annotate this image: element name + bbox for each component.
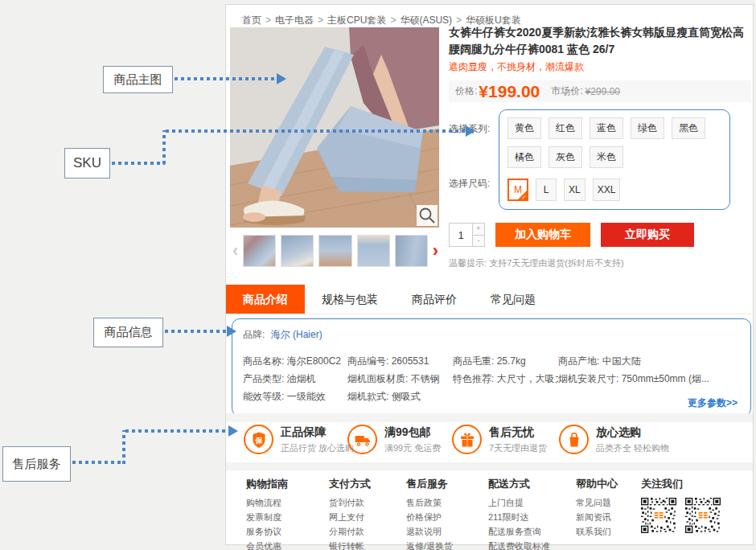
truck-icon <box>347 425 377 454</box>
service-guarantees: 保 正品保障 正品行货 放心选购 满99包邮 满99元 免运费 售后无忧 7天无… <box>226 422 753 462</box>
series-option[interactable]: 米色 <box>590 146 623 168</box>
service-item: 放心选购 品类齐全 轻松购物 <box>559 425 669 454</box>
param-grid: 商品名称: 海尔E800C2 商品编号: 2605531 商品毛重: 25.7k… <box>243 353 746 405</box>
tab-faq[interactable]: 常见问题 <box>474 285 553 314</box>
breadcrumb-item[interactable]: 主板CPU套装 <box>327 14 386 26</box>
quantity-decrease-button[interactable]: - <box>473 236 485 248</box>
param-cell: 烟机面板材质: 不锈钢 <box>347 371 453 388</box>
annotation-arrow-line <box>162 130 166 164</box>
size-option[interactable]: L <box>536 179 557 201</box>
series-option[interactable]: 红色 <box>549 117 582 139</box>
footer-link[interactable]: 货到付款 <box>329 498 371 508</box>
thumbs-prev-icon[interactable]: ‹ <box>230 235 240 267</box>
footer-col-delivery: 配送方式 上门自提 211限时达 配送服务查询 配送费收取标准 海外配送 <box>488 477 550 550</box>
buy-now-button[interactable]: 立即购买 <box>601 223 694 247</box>
footer-link[interactable]: 服务协议 <box>246 527 288 537</box>
service-title: 售后无忧 <box>489 425 547 440</box>
param-cell: 商品编号: 2605531 <box>347 353 453 370</box>
size-option[interactable]: XL <box>564 179 585 201</box>
more-params-link[interactable]: 更多参数>> <box>688 396 738 410</box>
param-cell: 商品毛重: 25.7kg <box>453 353 558 370</box>
footer-link[interactable]: 常见问题 <box>576 498 618 508</box>
size-option[interactable]: XXL <box>593 179 621 201</box>
thumbnail-4[interactable] <box>357 235 390 267</box>
breadcrumb-item[interactable]: 电子电器 <box>275 14 314 26</box>
product-info-box: 品牌: 海尔 (Haier) 商品名称: 海尔E800C2 商品编号: 2605… <box>232 318 751 417</box>
series-option[interactable]: 绿色 <box>631 117 664 139</box>
footer-link[interactable]: 配送服务查询 <box>488 527 550 537</box>
footer-link[interactable]: 上门自提 <box>488 498 550 508</box>
series-option[interactable]: 橘色 <box>507 146 541 168</box>
footer-col-title: 购物指南 <box>246 477 288 491</box>
quantity-increase-button[interactable]: + <box>473 223 485 236</box>
footer-link[interactable]: 会员优惠 <box>246 541 288 550</box>
brand-link[interactable]: 海尔 (Haier) <box>271 329 323 340</box>
tab-reviews[interactable]: 商品评价 <box>395 285 474 314</box>
footer-link[interactable]: 售后政策 <box>406 498 453 508</box>
footer-link[interactable]: 价格保护 <box>406 512 453 523</box>
annotation-arrowhead <box>277 73 286 84</box>
bag-icon <box>559 425 589 454</box>
thumbs-next-icon[interactable]: › <box>430 235 441 267</box>
annotation-arrow-line <box>112 162 165 165</box>
separator <box>226 413 753 422</box>
qr-code-1 <box>641 498 676 533</box>
service-title: 满99包邮 <box>384 425 441 440</box>
footer-link[interactable]: 配送费收取标准 <box>488 541 550 550</box>
thumbnail-1[interactable] <box>243 235 276 267</box>
annotation-main-image-label: 商品主图 <box>103 66 173 93</box>
quantity-input[interactable]: 1 <box>449 223 473 247</box>
add-to-cart-button[interactable]: 加入购物车 <box>495 223 590 247</box>
annotation-arrow-line <box>72 461 125 464</box>
footer-link[interactable]: 退款说明 <box>406 527 453 537</box>
annotation-after-sale-label: 售后服务 <box>2 446 71 482</box>
sku-highlight-box: 黄色 红色 蓝色 绿色 黑色 橘色 灰色 米色 M ✓ L XL <box>499 109 730 210</box>
param-cell: 产品类型: 油烟机 <box>243 371 347 388</box>
service-title: 放心选购 <box>596 425 669 440</box>
product-subtitle: 遮肉显瘦，不挑身材，潮流爆款 <box>449 60 751 74</box>
thumbnail-2[interactable] <box>281 235 314 267</box>
footer-col-title: 帮助中心 <box>576 477 618 491</box>
param-cell: 商品产地: 中国大陆 <box>558 353 746 370</box>
footer-link[interactable]: 分期付款 <box>329 527 371 537</box>
gift-icon <box>452 425 482 454</box>
model-photo <box>230 27 439 228</box>
param-cell: 商品名称: 海尔E800C2 <box>243 353 347 370</box>
footer-col-follow-us: 关注我们 <box>641 477 729 533</box>
svg-text:保: 保 <box>254 436 263 444</box>
thumbnail-3[interactable] <box>318 235 351 267</box>
service-desc: 7天无理由退货 <box>489 442 547 454</box>
separator <box>226 462 753 470</box>
price-label: 价格: <box>455 84 477 98</box>
footer-link[interactable]: 211限时达 <box>488 512 550 523</box>
series-option[interactable]: 蓝色 <box>590 117 623 139</box>
footer-link[interactable]: 银行转帐 <box>329 541 371 550</box>
annotation-arrow-line <box>165 330 228 333</box>
footer-link[interactable]: 网上支付 <box>329 512 371 523</box>
tab-product-intro[interactable]: 商品介绍 <box>226 285 305 314</box>
breadcrumb-item[interactable]: 华硕(ASUS) <box>400 14 452 26</box>
footer-link[interactable]: 新闻资讯 <box>576 512 618 523</box>
breadcrumb-separator: > <box>318 14 323 26</box>
footer-link[interactable]: 返修/退换货 <box>406 541 453 550</box>
service-title: 正品保障 <box>281 425 354 440</box>
size-option-selected[interactable]: M ✓ <box>507 179 528 201</box>
market-price-value: ¥299.00 <box>585 86 620 97</box>
series-option[interactable]: 黄色 <box>507 117 541 139</box>
series-option[interactable]: 黑色 <box>672 117 705 139</box>
footer-col-title: 售后服务 <box>406 477 453 491</box>
breadcrumb-item[interactable]: 首页 <box>242 14 261 26</box>
series-option[interactable]: 灰色 <box>549 146 582 168</box>
annotation-arrowhead <box>227 326 236 337</box>
product-main-image[interactable] <box>230 27 439 228</box>
purchase-tip: 温馨提示: 支持7天无理由退货(拆封后不支持) <box>449 257 751 269</box>
footer-link[interactable]: 发票制度 <box>246 512 288 523</box>
footer-col-payment: 支付方式 货到付款 网上支付 分期付款 银行转帐 <box>329 477 371 550</box>
footer-link[interactable]: 购物流程 <box>246 498 288 508</box>
footer-col-help-center: 帮助中心 常见问题 新闻资讯 联系我们 <box>576 477 618 541</box>
footer-link[interactable]: 联系我们 <box>576 527 618 537</box>
thumbnail-5[interactable] <box>395 235 428 267</box>
purchase-row: 1 + - 加入购物车 立即购买 <box>449 223 751 247</box>
breadcrumb-separator: > <box>265 14 271 26</box>
tab-spec-package[interactable]: 规格与包装 <box>305 285 395 314</box>
